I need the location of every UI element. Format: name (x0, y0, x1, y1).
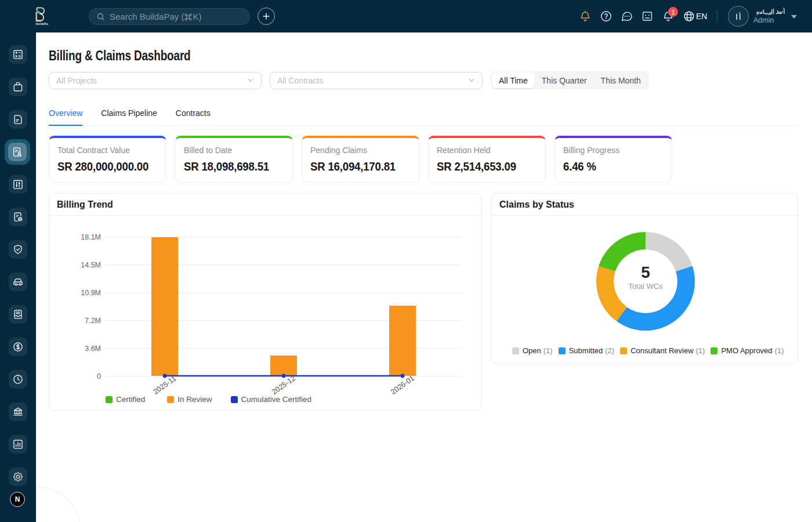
svg-text:18.1M: 18.1M (81, 233, 101, 241)
svg-text:5: 5 (641, 263, 650, 281)
svg-text:14.5M: 14.5M (81, 261, 101, 269)
svg-text:3.6M: 3.6M (85, 345, 101, 353)
svg-text:Total WCs: Total WCs (628, 282, 663, 291)
svg-text:0: 0 (97, 372, 101, 380)
svg-text:7.2M: 7.2M (85, 317, 101, 325)
svg-text:10.9M: 10.9M (81, 289, 101, 297)
svg-text:BuildaPay: BuildaPay (36, 23, 48, 26)
